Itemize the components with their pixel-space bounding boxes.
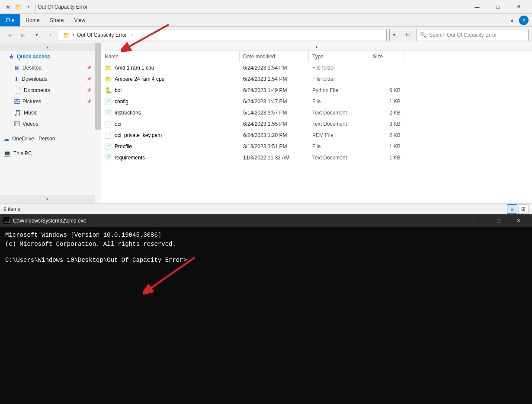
sidebar-scroll-up[interactable]: ▲ [0,43,95,51]
refresh-button[interactable]: ↻ [401,29,413,41]
sidebar-scroll-down[interactable]: ▼ [0,195,95,203]
table-row[interactable]: 📄 oci 6/24/2023 1:55 PM Text Document 3 … [101,118,532,130]
menu-home[interactable]: Home [20,14,45,26]
sidebar-scrollbar[interactable] [95,43,101,130]
document-icon: 📄 [105,143,112,150]
sidebar-item-thispc[interactable]: 💻 This PC [0,148,95,159]
file-list: 📁 Amd 1 ram 1 cpu 6/24/2023 1:54 PM File… [101,62,532,163]
desktop-pin-icon: 📌 [87,66,91,70]
file-scroll-up[interactable]: ▲ [101,43,532,51]
table-row[interactable]: 📄 requirements 11/3/2022 11:32 AM Text D… [101,152,532,163]
sidebar-item-videos[interactable]: 🎞 Videos [0,118,95,130]
cmd-close-button[interactable]: ✕ [509,214,529,227]
menu-file[interactable]: File [0,14,20,26]
recent-locations-button[interactable]: ▼ [31,29,42,41]
pictures-pin-icon: 📌 [87,99,91,104]
col-header-date[interactable]: Date modified [240,51,309,62]
maximize-button[interactable]: □ [488,0,508,14]
file-date: 6/24/2023 1:54 PM [243,65,287,71]
cmd-minimize-button[interactable]: — [469,214,489,227]
back-button[interactable]: ◀ [3,29,15,41]
sidebar-item-quick-access[interactable]: ★ Quick access [0,51,95,62]
file-name: oci_private_key.pem [115,132,162,138]
document-icon: 📄 [105,121,112,127]
cmd-icon: C:\ [3,217,10,224]
file-name: bot [115,87,122,93]
sidebar-item-onedrive[interactable]: ☁ OneDrive - Person [0,133,95,144]
file-date: 3/13/2023 3:51 PM [243,143,287,150]
sidebar-music-label: Music [24,110,37,116]
file-size: 6 KB [389,87,401,93]
file-type: Text Document [312,155,347,161]
table-row[interactable]: 📁 Ampere 24 ram 4 cpu 6/24/2023 1:54 PM … [101,73,532,85]
file-date: 6/24/2023 1:54 PM [243,76,287,82]
search-placeholder: Search Out Of Capacity Error [429,32,497,38]
item-count: 9 items [3,206,20,212]
help-button[interactable]: ? [519,16,529,25]
file-type: File folder [312,65,335,71]
file-type: Text Document [312,110,347,116]
menu-view[interactable]: View [69,14,90,26]
minimize-button[interactable]: — [467,0,487,14]
up-button[interactable]: ↑ [45,29,56,41]
desktop-icon: 🖥 [14,64,20,71]
sidebar-pictures-label: Pictures [22,99,41,105]
address-path-chevron: › [131,32,132,37]
sidebar-quick-access-label: Quick access [17,54,50,60]
col-header-size[interactable]: Size [369,51,404,62]
address-folder-icon: 📁 [63,32,70,38]
music-icon: 🎵 [14,109,21,116]
sidebar-item-pictures[interactable]: 🖼 Pictures 📌 [0,96,95,107]
file-size: 2 KB [389,132,401,138]
cmd-body: Microsoft Windows [Version 10.0.19045.30… [0,227,532,404]
col-header-type[interactable]: Type [309,51,369,62]
file-date: 5/14/2023 3:57 PM [243,110,287,116]
table-row[interactable]: 📄 Procfile 3/13/2023 3:51 PM File 1 KB [101,141,532,152]
large-icons-button[interactable]: ⊞ [518,204,529,214]
document-icon: 📄 [105,98,112,105]
file-size: 1 KB [389,143,401,150]
address-dropdown-button[interactable]: ▼ [389,29,399,41]
search-box[interactable]: 🔍 Search Out Of Capacity Error [416,29,529,41]
sidebar-item-desktop[interactable]: 🖥 Desktop 📌 [0,62,95,73]
sidebar-item-music[interactable]: 🎵 Music [0,107,95,118]
cmd-blank-line [5,249,527,256]
sidebar: ▲ ★ Quick access 🖥 Desktop 📌 ⬇ Downloads [0,43,95,203]
cmd-maximize-button[interactable]: □ [489,214,509,227]
folder-icon: 📁 [105,76,112,83]
table-row[interactable]: 🐍 bot 6/24/2023 1:49 PM Python File 6 KB [101,85,532,96]
col-header-name[interactable]: Name [101,51,240,62]
documents-icon: 📄 [14,87,21,94]
file-name: requirements [115,155,145,161]
table-row[interactable]: 📁 Amd 1 ram 1 cpu 6/24/2023 1:54 PM File… [101,62,532,73]
pin-icon: ▼ [24,3,33,11]
menu-bar: File Home Share View ▲ ? [0,14,532,27]
sidebar-onedrive-label: OneDrive - Person [12,136,55,142]
file-size: 1 KB [389,99,401,105]
menu-share[interactable]: Share [45,14,69,26]
details-view-button[interactable]: ≡ [507,204,517,214]
videos-icon: 🎞 [14,121,20,127]
ribbon-collapse-button[interactable]: ▲ [507,15,517,25]
table-row[interactable]: 📄 config 6/24/2023 1:47 PM File 1 KB [101,96,532,107]
file-date: 6/24/2023 1:47 PM [243,99,287,105]
close-button[interactable]: ✕ [509,0,529,14]
file-type: PEM File [312,132,333,138]
pictures-icon: 🖼 [14,98,20,105]
address-path-bar[interactable]: 📁 › Out Of Capacity Error › [59,29,387,41]
address-bar: ◀ ▶ ▼ ↑ 📁 › Out Of Capacity Error [0,27,532,43]
search-icon: 🔍 [420,32,426,38]
cmd-prompt: C:\Users\Windows 10\Desktop\Out Of Capac… [5,256,527,265]
sidebar-item-documents[interactable]: 📄 Documents 📌 [0,85,95,96]
forward-button[interactable]: ▶ [17,29,29,41]
sidebar-item-downloads[interactable]: ⬇ Downloads 📌 [0,73,95,85]
sidebar-videos-label: Videos [22,121,38,127]
table-row[interactable]: 📄 oci_private_key.pem 6/24/2023 1:20 PM … [101,130,532,141]
table-row[interactable]: 📄 instructions 5/14/2023 3:57 PM Text Do… [101,107,532,118]
folder-icon-title: 📁 [14,3,22,11]
document-icon: 📄 [105,154,112,161]
cmd-line2: (c) Microsoft Corporation. All rights re… [5,240,527,249]
view-buttons: ≡ ⊞ [507,204,529,214]
quick-access-icon: ★ [3,3,12,11]
sidebar-thispc-label: This PC [13,150,32,156]
